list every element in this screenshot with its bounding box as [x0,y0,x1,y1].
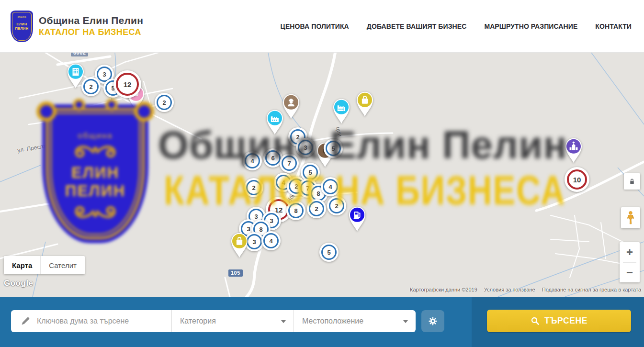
cluster-count: 7 [280,154,299,173]
keyword-section [11,310,171,332]
gear-icon [428,316,438,326]
pencil-icon [21,316,30,326]
map-canvas[interactable]: ул. Преславбул. „Новоселции6002105 32512… [0,53,644,297]
terms-link[interactable]: Условия за ползване [484,287,535,292]
page: община ЕЛИН ПЕЛИН Община Елин Пелин КАТА… [0,0,644,347]
search-button-label: ТЪРСЕНЕ [544,316,588,326]
municipality-emblem-icon: община ЕЛИН ПЕЛИН [11,11,33,42]
cluster-count: 10 [565,167,589,192]
lock-icon [628,177,636,186]
site-subtitle: КАТАЛОГ НА БИЗНЕСА [39,27,143,37]
church-pin[interactable] [563,136,585,164]
category-dropdown-label: Категория [180,317,216,325]
factory-pin[interactable] [330,97,352,124]
cluster-marker[interactable]: 4 [243,151,262,170]
cluster-marker[interactable]: 4 [261,231,281,250]
emblem-top-text: община [11,15,33,18]
factory-pin[interactable] [264,108,286,135]
zoom-out-button[interactable]: − [620,263,640,283]
chevron-down-icon [403,320,408,323]
cluster-marker[interactable]: 3 [296,138,315,157]
cluster-count: 4 [321,177,340,196]
nav-item[interactable]: КОНТАКТИ [595,22,632,30]
cluster-count: 2 [307,199,326,218]
cluster-count: 2 [327,196,346,215]
nav-item[interactable]: ЦЕНОВА ПОЛИТИКА [281,22,349,30]
location-dropdown[interactable]: Местоположение [294,310,416,332]
search-fields: Категория Местоположение [11,310,416,332]
advanced-settings-button[interactable] [421,310,444,332]
main-nav: ЦЕНОВА ПОЛИТИКАДОБАВЕТЕ ВАШИЯТ БИЗНЕСМАР… [281,22,632,30]
google-logo[interactable]: Google [4,279,34,288]
nav-item[interactable]: ДОБАВЕТЕ ВАШИЯТ БИЗНЕС [367,22,467,30]
category-dropdown[interactable]: Категория [171,310,294,332]
cluster-count: 2 [155,93,174,112]
cluster-count: 5 [324,139,343,158]
cluster-marker[interactable]: 8 [286,201,305,220]
cluster-marker[interactable]: 12 [113,70,141,98]
cluster-count: 5 [319,243,339,262]
map-attribution: Картографски данни ©2019 Условия за полз… [410,287,641,292]
cluster-count: 8 [286,201,305,220]
cluster-count: 4 [261,231,281,250]
chevron-down-icon [281,320,286,323]
cluster-count: 3 [296,138,315,157]
map-type-control: Карта Сателит [4,256,85,274]
cluster-count: 2 [244,178,263,197]
cluster-marker[interactable]: 2 [155,93,174,112]
nav-item[interactable]: МАРШРУТНО РАЗПИСАНИЕ [484,22,577,30]
brand-logo[interactable]: община ЕЛИН ПЕЛИН Община Елин Пелин КАТА… [11,11,143,42]
satellite-mode-button[interactable]: Сателит [40,256,85,274]
cluster-count: 4 [243,151,262,170]
cluster-marker[interactable]: 7 [280,154,299,173]
map-data-copyright: Картографски данни ©2019 [410,287,477,292]
cluster-marker[interactable]: 2 [307,199,326,218]
map-mode-button[interactable]: Карта [4,256,40,274]
report-error-link[interactable]: Подаване на сигнал за грешка в картата [542,287,641,292]
cluster-marker[interactable]: 4 [321,177,340,196]
pegman-icon [625,211,636,225]
fuel-pump-pin[interactable] [346,204,368,232]
cluster-marker[interactable]: 2 [244,178,263,197]
search-icon [531,316,540,325]
site-title: Община Елин Пелин [39,15,143,26]
markers-layer: 325122235647542278412822333834510 [0,53,644,297]
shopping-bag-pin[interactable] [228,231,250,258]
cluster-marker[interactable]: 2 [327,196,346,215]
emblem-name-line2: ПЕЛИН [11,26,33,31]
zoom-in-button[interactable]: + [620,242,640,262]
street-view-pegman[interactable] [621,207,640,228]
search-button[interactable]: ТЪРСЕНЕ [487,310,631,332]
location-dropdown-label: Местоположение [302,317,363,325]
header: община ЕЛИН ПЕЛИН Община Елин Пелин КАТА… [0,0,644,53]
lock-control[interactable] [624,173,640,190]
zoom-control: + − [620,242,640,282]
building-pin[interactable] [65,61,87,89]
emblem-name-line1: ЕЛИН [11,22,33,27]
shopping-bag-pin[interactable] [354,90,376,117]
search-bar: Категория Местоположение [0,297,644,347]
cluster-count: 12 [113,70,141,98]
keyword-search-input[interactable] [37,317,152,325]
cluster-marker[interactable]: 5 [319,243,339,262]
cluster-marker[interactable]: 10 [565,167,589,192]
search-button-panel: ТЪРСЕНЕ [472,297,644,347]
cluster-marker[interactable]: 5 [324,139,343,158]
